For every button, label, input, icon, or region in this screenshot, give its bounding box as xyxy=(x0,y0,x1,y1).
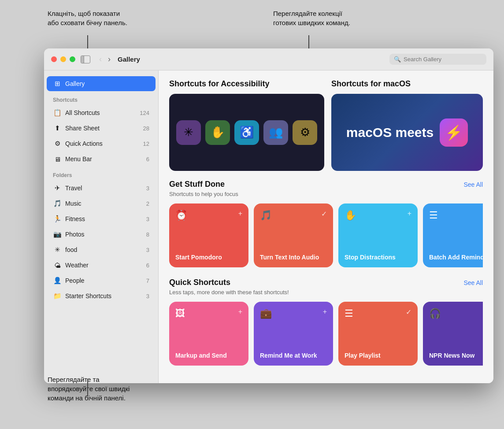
start-pomodoro-title: Start Pomodoro xyxy=(175,253,242,261)
acc-icon-4: 👥 xyxy=(263,120,288,145)
sidebar-item-menu-bar[interactable]: 🖥 Menu Bar 6 xyxy=(47,152,156,166)
macos-meets-text: macOS meets xyxy=(346,125,434,140)
acc-icon-3: ♿ xyxy=(234,120,259,145)
quick-actions-count: 12 xyxy=(143,141,149,147)
hero-card-macos[interactable]: macOS meets ⚡ xyxy=(331,94,483,171)
acc-icon-2: ✋ xyxy=(205,120,230,145)
traffic-lights xyxy=(51,56,75,62)
titlebar: ‹ › Gallery 🔍 xyxy=(44,48,493,70)
sidebar-gallery-label: Gallery xyxy=(65,80,149,87)
fitness-icon: 🏃 xyxy=(53,214,62,223)
people-label: People xyxy=(65,277,146,284)
play-playlist-action: ✓ xyxy=(406,308,411,316)
shortcuts-section-label: Shortcuts xyxy=(44,92,158,105)
weather-icon: 🌤 xyxy=(53,261,62,270)
menu-bar-icon: 🖥 xyxy=(53,155,62,163)
acc-icon-1: ✳ xyxy=(176,120,201,145)
quick-shortcuts-header: Quick Shortcuts See All xyxy=(169,278,483,287)
card-stop-distractions[interactable]: ✋ + Stop Distractions xyxy=(338,203,418,267)
sidebar-item-people[interactable]: 👤 People 7 xyxy=(47,273,156,288)
turn-text-audio-icon: 🎵 xyxy=(260,210,272,221)
fitness-label: Fitness xyxy=(65,215,146,222)
acc-icon-5: ⚙ xyxy=(293,120,317,145)
travel-label: Travel xyxy=(65,185,146,192)
sidebar-item-weather[interactable]: 🌤 Weather 6 xyxy=(47,258,156,273)
share-sheet-count: 28 xyxy=(143,125,149,132)
get-stuff-done-subtitle: Shortcuts to help you focus xyxy=(169,191,483,197)
start-pomodoro-action: + xyxy=(238,210,242,218)
callout-top-right: Переглядайте колекції готових швидких ко… xyxy=(273,9,350,27)
travel-count: 3 xyxy=(146,185,149,192)
card-start-pomodoro[interactable]: ⏰ + Start Pomodoro xyxy=(169,203,248,267)
forward-button[interactable]: › xyxy=(106,55,112,64)
people-count: 7 xyxy=(146,277,149,284)
food-label: food xyxy=(65,246,146,253)
sidebar-item-quick-actions[interactable]: ⚙ Quick Actions 12 xyxy=(47,136,156,151)
hero-card-accessibility[interactable]: ✳ ✋ ♿ 👥 ⚙ xyxy=(169,94,324,171)
food-count: 3 xyxy=(146,247,149,253)
share-sheet-icon: ⬆ xyxy=(53,124,62,133)
card-turn-text-audio[interactable]: 🎵 ✓ Turn Text Into Audio xyxy=(254,203,333,267)
quick-shortcuts-see-all[interactable]: See All xyxy=(463,279,483,286)
card-top-row-turn-text-audio: 🎵 ✓ xyxy=(260,210,327,221)
search-bar[interactable]: 🔍 xyxy=(389,54,486,65)
card-npr-news-now[interactable]: 🎧 ✓ NPR News Now xyxy=(423,302,483,366)
get-stuff-done-see-all[interactable]: See All xyxy=(463,181,483,188)
back-button[interactable]: ‹ xyxy=(97,55,104,64)
card-batch-add-reminders[interactable]: ☰ + Batch Add Reminders xyxy=(423,203,483,267)
starter-shortcuts-label: Starter Shortcuts xyxy=(65,292,146,300)
batch-add-reminders-title: Batch Add Reminders xyxy=(429,253,483,261)
travel-icon: ✈ xyxy=(53,184,62,192)
get-stuff-done-title: Get Stuff Done xyxy=(169,180,225,189)
gallery-icon: ⊞ xyxy=(53,79,62,88)
card-top-row-play-playlist: ☰ ✓ xyxy=(345,308,411,319)
markup-send-title: Markup and Send xyxy=(175,351,242,359)
card-play-playlist[interactable]: ☰ ✓ Play Playlist xyxy=(338,302,418,366)
card-top-row-start-pomodoro: ⏰ + xyxy=(175,210,242,221)
music-count: 2 xyxy=(146,200,149,207)
sidebar-item-share-sheet[interactable]: ⬆ Share Sheet 28 xyxy=(47,121,156,136)
sidebar-item-photos[interactable]: 📷 Photos 8 xyxy=(47,227,156,242)
search-icon: 🔍 xyxy=(394,56,401,63)
play-playlist-title: Play Playlist xyxy=(345,351,411,359)
sidebar-item-food[interactable]: ✳ food 3 xyxy=(47,242,156,257)
shortcuts-items-container: 📋 All Shortcuts 124 ⬆ Share Sheet 28 ⚙ Q… xyxy=(44,105,158,166)
photos-icon: 📷 xyxy=(53,230,62,239)
share-sheet-label: Share Sheet xyxy=(65,125,143,132)
start-pomodoro-icon: ⏰ xyxy=(175,210,187,221)
sidebar-toggle-button[interactable] xyxy=(81,55,90,63)
card-markup-send[interactable]: 🖼 + Markup and Send xyxy=(169,302,248,366)
quick-shortcuts-subtitle: Less taps, more done with these fast sho… xyxy=(169,289,483,296)
all-shortcuts-count: 124 xyxy=(140,110,149,116)
card-top-row-stop-distractions: ✋ + xyxy=(345,210,411,221)
sidebar: ⊞ Gallery Shortcuts 📋 All Shortcuts 124 … xyxy=(44,70,159,383)
starter-shortcuts-icon: 📁 xyxy=(53,292,62,300)
window-title: Gallery xyxy=(118,55,389,63)
sidebar-item-all-shortcuts[interactable]: 📋 All Shortcuts 124 xyxy=(47,105,156,120)
sidebar-item-fitness[interactable]: 🏃 Fitness 3 xyxy=(47,211,156,226)
people-icon: 👤 xyxy=(53,276,62,285)
stop-distractions-title: Stop Distractions xyxy=(345,253,411,261)
sidebar-item-gallery[interactable]: ⊞ Gallery xyxy=(47,76,156,91)
remind-work-icon: 💼 xyxy=(260,308,272,319)
starter-shortcuts-count: 3 xyxy=(146,293,149,300)
minimize-button[interactable] xyxy=(60,56,66,62)
sidebar-item-music[interactable]: 🎵 Music 2 xyxy=(47,196,156,211)
markup-send-icon: 🖼 xyxy=(175,308,185,319)
close-button[interactable] xyxy=(51,56,57,62)
folders-items-container: ✈ Travel 3 🎵 Music 2 🏃 Fitness 3 📷 Photo… xyxy=(44,181,158,303)
card-remind-work[interactable]: 💼 + Remind Me at Work xyxy=(254,302,333,366)
main-window: ‹ › Gallery 🔍 ⊞ Gallery Shortcuts 📋 All … xyxy=(44,48,493,383)
callout-bottom-left: Переглядайте та впорядковуйте свої швидк… xyxy=(48,375,130,403)
maximize-button[interactable] xyxy=(70,56,75,62)
search-input[interactable] xyxy=(404,56,482,63)
turn-text-audio-title: Turn Text Into Audio xyxy=(260,253,327,261)
section-title-macos: Shortcuts for macOS xyxy=(331,79,483,89)
quick-shortcuts-title: Quick Shortcuts xyxy=(169,278,230,287)
npr-news-now-icon: 🎧 xyxy=(429,308,441,319)
fitness-count: 3 xyxy=(146,216,149,222)
photos-label: Photos xyxy=(65,231,146,238)
sidebar-item-starter-shortcuts[interactable]: 📁 Starter Shortcuts 3 xyxy=(47,288,156,303)
music-label: Music xyxy=(65,200,146,207)
sidebar-item-travel[interactable]: ✈ Travel 3 xyxy=(47,181,156,196)
